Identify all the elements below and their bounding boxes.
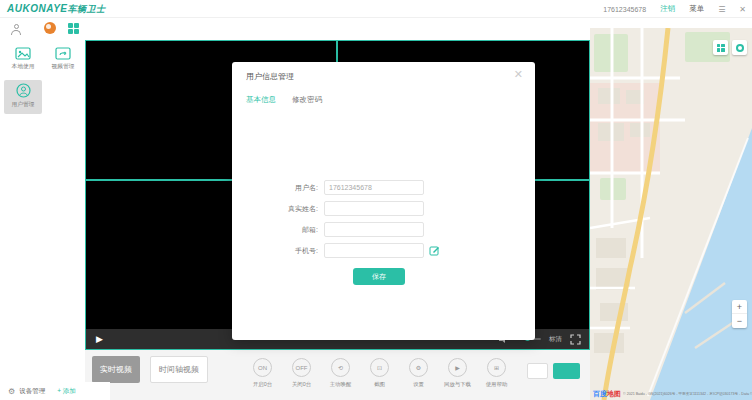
- sidebar: 本地使用 视频管理 用户管理: [0, 40, 85, 400]
- video-icon: [55, 47, 71, 60]
- logo-text-en: AUKONAYE: [7, 3, 67, 14]
- map-panel[interactable]: + − 百度地图 © 2021 Baidu - GS(2021)6026号 - …: [590, 28, 752, 400]
- form-row-realname: 真实姓名:: [232, 201, 535, 216]
- realname-label: 真实姓名:: [232, 204, 324, 214]
- account-phone: 17612345678: [603, 6, 646, 13]
- action-screenshot[interactable]: ⊡ 截图: [360, 358, 399, 389]
- edit-phone-icon[interactable]: [429, 245, 440, 256]
- map-attribution: 百度地图 © 2021 Baidu - GS(2021)6026号 - 甲测资字…: [590, 388, 752, 400]
- action-label: 主动唤醒: [323, 380, 358, 388]
- map-layers-button[interactable]: [713, 40, 728, 55]
- form-row-username: 用户名:: [232, 180, 535, 195]
- play-button[interactable]: ▶: [96, 335, 103, 344]
- wake-icon: ⟲: [331, 358, 350, 377]
- power-on-icon: ON: [253, 358, 272, 377]
- modal-close-icon[interactable]: ✕: [514, 69, 523, 80]
- bottom-toolbar: 实时视频 时间轴视频 ON 开启0台 OFF 关闭0台 ⟲ 主动唤醒 ⊡ 截图 …: [85, 350, 590, 400]
- username-input[interactable]: [324, 180, 424, 195]
- tab-change-password[interactable]: 修改密码: [292, 95, 322, 107]
- action-label: 回放与下载: [440, 380, 475, 388]
- layout-grid-icon[interactable]: [68, 23, 79, 34]
- tab-basic-info[interactable]: 基本信息: [246, 95, 276, 107]
- action-label: 使用帮助: [479, 380, 514, 388]
- sidebar-item-video[interactable]: 视频管理: [44, 44, 82, 78]
- action-settings[interactable]: ⚙ 设置: [399, 358, 438, 389]
- user-icon[interactable]: [10, 23, 22, 35]
- add-device-link[interactable]: + 添加: [57, 387, 76, 396]
- email-label: 邮箱:: [232, 225, 324, 235]
- sidebar-item-label: 本地使用: [5, 62, 41, 71]
- sidebar-item-label: 视频管理: [45, 62, 81, 71]
- hamburger-icon[interactable]: ☰: [718, 5, 725, 14]
- device-management-link[interactable]: 设备管理: [19, 387, 45, 396]
- quality-selector[interactable]: 标清: [549, 335, 562, 344]
- power-off-icon: OFF: [292, 358, 311, 377]
- action-power-off[interactable]: OFF 关闭0台: [282, 358, 321, 389]
- sidebar-item-local[interactable]: 本地使用: [4, 44, 42, 78]
- action-help[interactable]: ⊞ 使用帮助: [477, 358, 516, 389]
- footer-strip: ⚙ 设备管理 + 添加: [0, 382, 110, 400]
- border-color-swatch-teal[interactable]: [553, 363, 580, 379]
- map-canvas: [590, 28, 752, 400]
- sidebar-item-user-mgmt[interactable]: 用户管理: [4, 80, 42, 114]
- attribution-text: © 2021 Baidu - GS(2021)6026号 - 甲测资字11113…: [623, 392, 752, 396]
- help-icon: ⊞: [487, 358, 506, 377]
- logo-text-cn: 车辆卫士: [67, 4, 105, 14]
- playback-icon: ▶: [448, 358, 467, 377]
- user-icon-body: [11, 30, 21, 35]
- fullscreen-icon[interactable]: [570, 334, 581, 345]
- realname-input[interactable]: [324, 201, 424, 216]
- sidebar-item-label: 用户管理: [5, 100, 41, 109]
- user-circle-icon: [16, 83, 31, 98]
- phone-label: 手机号:: [232, 246, 324, 256]
- form-row-email: 邮箱:: [232, 222, 535, 237]
- action-label: 截图: [362, 380, 397, 388]
- user-info-modal: 用户信息管理 ✕ 基本信息 修改密码 用户名: 真实姓名: 邮箱: 手机号:: [232, 62, 535, 340]
- app-window: AUKONAYE车辆卫士 17612345678 注销 菜单 ☰ ✕ 本地使用 …: [0, 0, 752, 400]
- username-label: 用户名:: [232, 183, 324, 193]
- zoom-in-button[interactable]: +: [732, 300, 747, 314]
- baidu-logo: 百度地图: [593, 389, 621, 399]
- modal-title: 用户信息管理: [246, 71, 294, 82]
- baidu-logo-text: 百度: [593, 390, 607, 397]
- screenshot-icon: ⊡: [370, 358, 389, 377]
- user-info-form: 用户名: 真实姓名: 邮箱: 手机号:: [232, 180, 535, 264]
- icon-row: [0, 18, 590, 40]
- layers-icon: [717, 44, 725, 52]
- menu-link[interactable]: 菜单: [689, 4, 704, 14]
- action-label: 开启0台: [245, 380, 280, 388]
- settings-icon: ⚙: [409, 358, 428, 377]
- window-close-icon[interactable]: ✕: [739, 5, 746, 14]
- record-status-icon[interactable]: [44, 22, 56, 34]
- mode-timeline-button[interactable]: 时间轴视频: [150, 356, 208, 383]
- action-wake[interactable]: ⟲ 主动唤醒: [321, 358, 360, 389]
- form-row-phone: 手机号:: [232, 243, 535, 258]
- mode-realtime-button[interactable]: 实时视频: [92, 356, 140, 383]
- top-bar: AUKONAYE车辆卫士 17612345678 注销 菜单 ☰ ✕: [0, 0, 752, 18]
- action-playback-download[interactable]: ▶ 回放与下载: [438, 358, 477, 389]
- panorama-icon: [736, 44, 744, 52]
- action-label: 设置: [401, 380, 436, 388]
- user-icon-head: [14, 24, 19, 29]
- border-color-swatch-white[interactable]: [527, 363, 548, 379]
- map-zoom-control: + −: [732, 300, 747, 328]
- logout-link[interactable]: 注销: [660, 4, 675, 14]
- action-button-row: ON 开启0台 OFF 关闭0台 ⟲ 主动唤醒 ⊡ 截图 ⚙ 设置 ▶ 回放与下…: [243, 358, 516, 389]
- image-icon: [15, 47, 31, 60]
- action-label: 关闭0台: [284, 380, 319, 388]
- app-logo: AUKONAYE车辆卫士: [7, 3, 105, 16]
- baidu-logo-text2: 地图: [607, 390, 621, 397]
- gear-icon: ⚙: [8, 387, 15, 396]
- action-power-on[interactable]: ON 开启0台: [243, 358, 282, 389]
- top-right-cluster: 17612345678 注销 菜单 ☰ ✕: [603, 0, 746, 18]
- save-button[interactable]: 保存: [353, 268, 405, 285]
- modal-tabs: 基本信息 修改密码: [246, 95, 322, 107]
- zoom-out-button[interactable]: −: [732, 314, 747, 328]
- email-input[interactable]: [324, 222, 424, 237]
- map-panorama-button[interactable]: [732, 40, 747, 55]
- phone-input[interactable]: [324, 243, 424, 258]
